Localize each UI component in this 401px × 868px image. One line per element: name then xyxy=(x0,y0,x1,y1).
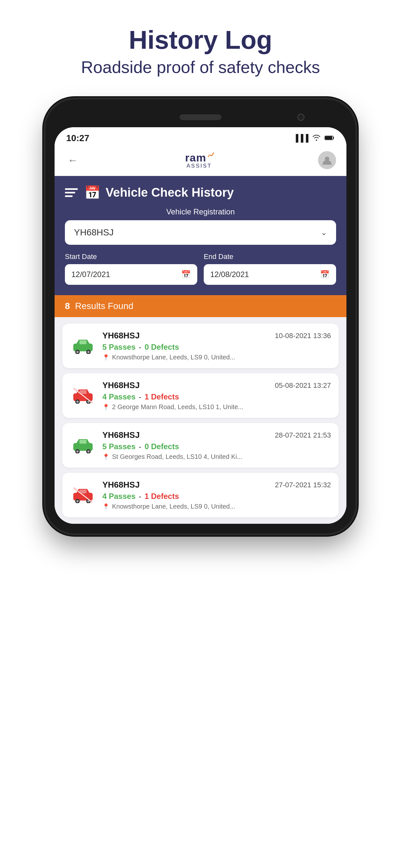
svg-point-7 xyxy=(88,351,90,353)
card-info: YH68HSJ 27-07-2021 15:32 4 Passes - 1 De… xyxy=(102,480,331,510)
vehicle-reg-label: Vehicle Registration xyxy=(65,207,336,216)
result-card[interactable]: YH68HSJ 27-07-2021 15:32 4 Passes - 1 De… xyxy=(62,473,339,517)
card-date: 27-07-2021 15:32 xyxy=(275,481,331,489)
signal-icon: ▐▐▐ xyxy=(293,134,308,143)
user-avatar-button[interactable] xyxy=(318,151,336,169)
logo-ram-text: ram xyxy=(185,151,206,164)
card-passes-row: 5 Passes - 0 Defects xyxy=(102,442,331,451)
car-icon-pass xyxy=(70,437,96,454)
result-card[interactable]: YH68HSJ 10-08-2021 13:36 5 Passes - 0 De… xyxy=(62,323,339,368)
status-time: 10:27 xyxy=(66,133,89,144)
card-date: 28-07-2021 21:53 xyxy=(275,431,331,439)
card-info: YH68HSJ 10-08-2021 13:36 5 Passes - 0 De… xyxy=(102,331,331,361)
phone-frame: 10:27 ▐▐▐ xyxy=(45,99,356,533)
header-section: 📅 Vehicle Check History Vehicle Registra… xyxy=(55,176,346,295)
phone-camera xyxy=(297,114,305,121)
results-label: Results Found xyxy=(75,301,134,311)
end-date-value: 12/08/2021 xyxy=(210,270,249,279)
location-pin-icon: 📍 xyxy=(102,404,110,411)
start-date-calendar-icon: 📅 xyxy=(181,270,191,279)
card-reg: YH68HSJ xyxy=(102,380,140,391)
back-arrow-icon: ← xyxy=(67,154,78,166)
defects-text: 1 Defects xyxy=(145,392,179,401)
card-reg: YH68HSJ xyxy=(102,430,140,440)
car-icon-fail xyxy=(70,388,96,404)
card-passes-row: 4 Passes - 1 Defects xyxy=(102,392,331,401)
start-date-input[interactable]: 12/07/2021 📅 xyxy=(65,264,197,285)
result-card[interactable]: YH68HSJ 28-07-2021 21:53 5 Passes - 0 De… xyxy=(62,423,339,468)
wifi-icon xyxy=(312,134,320,143)
end-date-label: End Date xyxy=(204,252,336,261)
phone-screen: 10:27 ▐▐▐ xyxy=(55,127,346,524)
card-location: 📍 Knowsthorpe Lane, Leeds, LS9 0, United… xyxy=(102,503,331,510)
card-info: YH68HSJ 05-08-2021 13:27 4 Passes - 1 De… xyxy=(102,380,331,411)
car-icon-pass xyxy=(70,338,96,354)
page-subtitle: Roadside proof of safety checks xyxy=(81,58,320,77)
page-header: History Log Roadside proof of safety che… xyxy=(62,0,339,90)
card-top-row: YH68HSJ 28-07-2021 21:53 xyxy=(102,430,331,440)
card-date: 10-08-2021 13:36 xyxy=(275,332,331,340)
svg-point-21 xyxy=(88,451,90,453)
calendar-header-icon: 📅 xyxy=(84,185,100,200)
svg-point-25 xyxy=(76,500,79,502)
card-reg: YH68HSJ xyxy=(102,331,140,341)
card-top-row: YH68HSJ 27-07-2021 15:32 xyxy=(102,480,331,490)
passes-text: 5 Passes xyxy=(102,343,135,352)
result-card[interactable]: YH68HSJ 05-08-2021 13:27 4 Passes - 1 De… xyxy=(62,373,339,418)
location-pin-icon: 📍 xyxy=(102,354,110,361)
start-date-value: 12/07/2021 xyxy=(71,270,110,279)
svg-point-5 xyxy=(76,351,79,353)
card-top-row: YH68HSJ 10-08-2021 13:36 xyxy=(102,331,331,341)
filter-icon[interactable] xyxy=(65,188,78,197)
svg-rect-8 xyxy=(80,340,87,344)
results-list: YH68HSJ 10-08-2021 13:36 5 Passes - 0 De… xyxy=(55,317,346,524)
end-date-calendar-icon: 📅 xyxy=(320,270,330,279)
card-location: 📍 Knowsthorpe Lane, Leeds, LS9 0, United… xyxy=(102,353,331,361)
card-info: YH68HSJ 28-07-2021 21:53 5 Passes - 0 De… xyxy=(102,430,331,461)
date-row: Start Date 12/07/2021 📅 End Date 12/08/2… xyxy=(65,252,336,285)
defects-text: 0 Defects xyxy=(145,442,179,451)
app-bar: ← ram ASSIST xyxy=(55,146,346,176)
phone-speaker xyxy=(180,114,221,120)
back-button[interactable]: ← xyxy=(65,152,81,168)
location-text: St Georges Road, Leeds, LS10 4, United K… xyxy=(112,453,243,461)
svg-rect-1 xyxy=(325,136,332,140)
battery-icon xyxy=(325,134,335,143)
defects-text: 0 Defects xyxy=(145,343,179,352)
status-bar: 10:27 ▐▐▐ xyxy=(55,127,346,146)
defects-text: 1 Defects xyxy=(145,492,179,501)
card-location: 📍 St Georges Road, Leeds, LS10 4, United… xyxy=(102,453,331,461)
passes-text: 4 Passes xyxy=(102,392,135,401)
svg-point-11 xyxy=(76,401,79,403)
vehicle-reg-dropdown[interactable]: YH68HSJ ⌄ xyxy=(65,220,336,245)
page-title: History Log xyxy=(81,26,320,54)
phone-top-bar xyxy=(55,109,346,125)
status-icons: ▐▐▐ xyxy=(293,134,335,143)
card-location: 📍 2 George Mann Road, Leeds, LS10 1, Uni… xyxy=(102,403,331,411)
passes-text: 4 Passes xyxy=(102,492,135,501)
card-date: 05-08-2021 13:27 xyxy=(275,381,331,390)
results-banner: 8 Results Found xyxy=(55,295,346,317)
app-logo: ram ASSIST xyxy=(185,151,213,169)
card-reg: YH68HSJ xyxy=(102,480,140,490)
location-text: Knowsthorpe Lane, Leeds, LS9 0, United..… xyxy=(112,503,235,510)
card-passes-row: 4 Passes - 1 Defects xyxy=(102,492,331,501)
location-text: 2 George Mann Road, Leeds, LS10 1, Unite… xyxy=(112,403,243,411)
start-date-col: Start Date 12/07/2021 📅 xyxy=(65,252,197,285)
passes-text: 5 Passes xyxy=(102,442,135,451)
start-date-label: Start Date xyxy=(65,252,197,261)
location-text: Knowsthorpe Lane, Leeds, LS9 0, United..… xyxy=(112,353,235,361)
results-count: 8 xyxy=(65,301,70,311)
svg-point-19 xyxy=(76,451,79,453)
location-pin-icon: 📍 xyxy=(102,454,110,461)
section-title: Vehicle Check History xyxy=(105,186,234,199)
end-date-col: End Date 12/08/2021 📅 xyxy=(204,252,336,285)
car-icon-fail xyxy=(70,487,96,503)
card-top-row: YH68HSJ 05-08-2021 13:27 xyxy=(102,380,331,391)
logo-signal-icon xyxy=(207,152,214,159)
svg-rect-22 xyxy=(80,440,87,444)
end-date-input[interactable]: 12/08/2021 📅 xyxy=(204,264,336,285)
location-pin-icon: 📍 xyxy=(102,503,110,510)
vehicle-reg-value: YH68HSJ xyxy=(74,227,114,238)
card-passes-row: 5 Passes - 0 Defects xyxy=(102,343,331,352)
